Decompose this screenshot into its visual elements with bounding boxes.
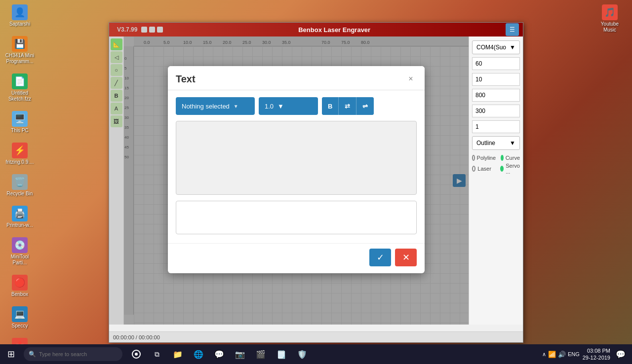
size-dropdown-label: 1.0 [265, 103, 274, 110]
servo-radio[interactable] [500, 166, 504, 172]
search-input[interactable] [39, 351, 113, 357]
modal-body: Nothing selected ▼ 1.0 ▼ [168, 90, 425, 243]
desktop-icon-minitool[interactable]: 💿 MiniTool Parti... [2, 235, 37, 268]
field-speed[interactable] [472, 57, 520, 70]
field-laser[interactable] [472, 73, 520, 86]
tool-text-a[interactable]: A [111, 103, 122, 114]
minitool-icon: 💿 [12, 237, 28, 253]
desktop-icon-thispc[interactable]: 🖥️ This PC [2, 109, 37, 136]
field-width[interactable] [472, 89, 520, 102]
systray-volume[interactable]: 🔊 [558, 351, 566, 358]
com-port-dropdown[interactable]: COM4(Suo ▼ [472, 40, 520, 54]
desktop-icon-recyclebin[interactable]: 🗑️ Recycle Bin [2, 172, 37, 199]
cancel-btn[interactable]: ✕ [395, 249, 417, 266]
taskbar-explorer[interactable]: 📁 [168, 344, 188, 364]
app-rightpanel: COM4(Suo ▼ Outline ▼ Po [469, 36, 523, 325]
saptarshi-icon: 👤 [12, 4, 28, 20]
modal-close-btn[interactable]: × [405, 73, 417, 85]
text-input[interactable] [176, 201, 417, 234]
notification-btn[interactable]: 💬 [613, 344, 628, 364]
taskbar-right: ∧ 📶 🔊 ENG 03:08 PM 29-12-2019 💬 [542, 344, 632, 364]
youtube-icon: 🎵 [602, 4, 618, 20]
desktop-icon-untitled[interactable]: 📄 Untitled Sketch.fzz [2, 72, 37, 104]
modal-title: Text [176, 73, 196, 85]
ch341a-icon: 💾 [12, 36, 28, 52]
servo-label: Servo ... [506, 163, 520, 175]
tool-select[interactable]: 📐 [111, 38, 122, 50]
size-dropdown[interactable]: 1.0 ▼ [259, 97, 318, 115]
shuffle-btn[interactable]: ⇄ [339, 97, 356, 115]
font-dropdown-label: Nothing selected [182, 103, 230, 110]
outline-arrow: ▼ [510, 140, 515, 146]
search-bar[interactable]: 🔍 [24, 347, 122, 361]
font-dropdown[interactable]: Nothing selected ▼ [176, 97, 255, 115]
clock[interactable]: 03:08 PM 29-12-2019 [583, 347, 610, 362]
laser-radio[interactable] [472, 166, 475, 172]
thispc-icon: 🖥️ [12, 111, 28, 127]
cortana-icon [131, 349, 141, 359]
start-button[interactable]: ⊞ [0, 344, 22, 364]
search-icon: 🔍 [29, 351, 36, 358]
outline-dropdown[interactable]: Outline ▼ [472, 136, 520, 150]
tool-line[interactable]: ╱ [111, 77, 122, 89]
polyline-label: Polyline [477, 155, 496, 161]
laser-label: Laser [477, 166, 491, 172]
align-btn[interactable]: ⇌ [356, 97, 374, 115]
confirm-icon: ✓ [377, 252, 384, 263]
taskbar-whatsapp[interactable]: 💬 [209, 344, 229, 364]
desktop-icon-speccy[interactable]: 💻 Speccy [2, 304, 37, 331]
outline-label: Outline [476, 140, 495, 146]
field-height[interactable] [472, 105, 520, 117]
minimize-btn[interactable] [141, 27, 147, 33]
app-status-bar: 00:00:00 / 00:00:00 [109, 331, 523, 342]
tool-bold[interactable]: B [111, 90, 122, 102]
curve-radio[interactable] [501, 155, 504, 161]
app-canvas[interactable]: 0.0 5.0 10.0 15.0 20.0 25.0 30.0 35.0 70… [124, 36, 469, 325]
polyline-radio[interactable] [472, 155, 475, 161]
clock-date: 29-12-2019 [583, 354, 610, 361]
desktop-icon-ch341a[interactable]: 💾 CH341A Mini Programm... [2, 34, 37, 67]
taskbar-task-view[interactable]: ⧉ [147, 344, 167, 364]
cancel-icon: ✕ [402, 252, 410, 263]
tool-circle[interactable]: ○ [111, 64, 122, 76]
modal-header: Text × [168, 66, 425, 90]
restore-btn[interactable] [149, 27, 155, 33]
app-main: 📐 ◁ ○ ╱ B A 🖼 0.0 5.0 10.0 15.0 20.0 25.… [109, 36, 523, 325]
close-btn[interactable] [157, 27, 163, 33]
text-preview-area [176, 121, 417, 195]
window-controls [141, 27, 163, 33]
desktop-icon-printrun[interactable]: 🖨️ Printrun-w... [2, 204, 37, 230]
taskbar-camera[interactable]: 📷 [230, 344, 250, 364]
field-repeat[interactable] [472, 120, 520, 133]
bold-btn[interactable]: B [322, 97, 339, 115]
desktop-icon-youtube[interactable]: 🎵 Youtube Music [592, 2, 627, 35]
taskbar-video[interactable]: 🎬 [251, 344, 271, 364]
desktop-icon-fritzing[interactable]: ⚡ fritzing.0.9.... [2, 141, 37, 167]
taskbar: ⊞ 🔍 ⧉ 📁 🌐 💬 📷 🎬 🗒️ 🛡️ ∧ 📶 🔊 ENG 03: [0, 344, 632, 364]
benbox-icon: 🔴 [12, 275, 28, 291]
modal-overlay: Text × Nothing selected ▼ [124, 36, 469, 325]
com-port-label: COM4(Suo [476, 44, 506, 51]
tool-image[interactable]: 🖼 [111, 115, 122, 127]
desktop-icon-benbox[interactable]: 🔴 Benbox [2, 273, 37, 299]
com-port-arrow: ▼ [510, 44, 515, 51]
taskbar-cortana[interactable] [126, 344, 146, 364]
systray-arrow[interactable]: ∧ [542, 351, 546, 358]
desktop-icons: 👤 Saptarshi 💾 CH341A Mini Programm... 📄 … [0, 0, 40, 345]
desktop-icon-saptarshi[interactable]: 👤 Saptarshi [2, 2, 37, 29]
taskbar-chrome[interactable]: 🌐 [189, 344, 208, 364]
recyclebin-icon: 🗑️ [12, 174, 28, 190]
taskbar-notepad[interactable]: 🗒️ [272, 344, 291, 364]
menu-btn[interactable]: ☰ [506, 23, 519, 36]
fritzing-icon: ⚡ [12, 143, 28, 158]
size-dropdown-arrow: ▼ [277, 103, 284, 110]
taskbar-shield[interactable]: 🛡️ [292, 344, 312, 364]
confirm-btn[interactable]: ✓ [369, 249, 391, 266]
modal-footer: ✓ ✕ [168, 243, 425, 273]
tool-arrow[interactable]: ◁ [111, 51, 122, 63]
radio-row-polyline-curve: Polyline Curve [472, 155, 520, 161]
systray-lang: ENG [568, 351, 580, 357]
app-title: Benbox Laser Engraver [298, 26, 370, 34]
youtube-label: Youtube Music [594, 21, 625, 33]
clock-time: 03:08 PM [587, 347, 610, 354]
